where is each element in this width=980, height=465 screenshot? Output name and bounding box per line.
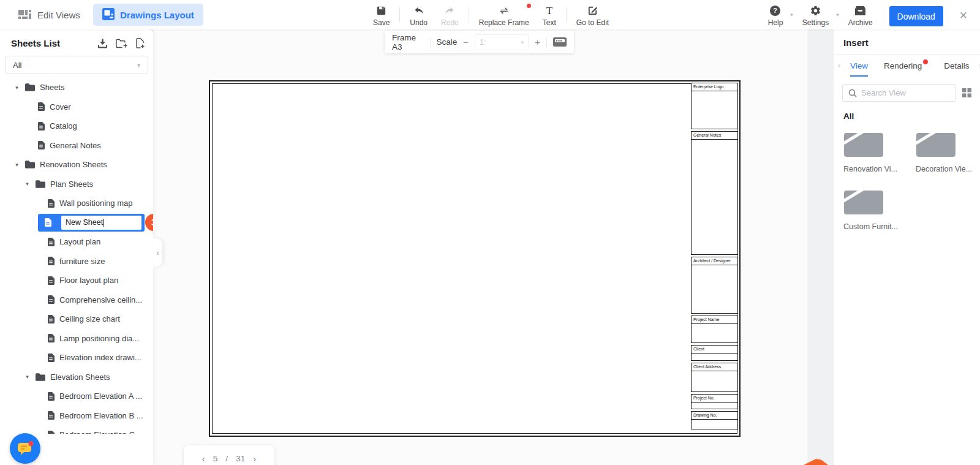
sheets-filter-value: All [13,61,21,70]
text-tool-button[interactable]: T Text [536,2,563,27]
title-block-label: Drawing No. [692,412,737,420]
page-navigator: ‹ 5 / 31 › [184,445,274,465]
caret-down-icon[interactable]: ▾ [13,162,20,168]
notification-dot [923,59,928,64]
caret-down-icon[interactable]: ▾ [24,374,31,380]
scale-decrease-button[interactable]: − [463,37,469,47]
svg-text:T: T [546,5,553,17]
tree-item-label: Elevation Sheets [50,372,110,382]
insert-section-label: All [843,112,970,121]
tree-file-row[interactable]: Wall positioning map [0,194,153,213]
settings-button[interactable]: Settings [796,2,835,27]
folder-icon [36,180,45,188]
caret-down-icon[interactable]: ▾ [13,85,20,91]
tree-file-row[interactable]: Bedroom Elevation C ... [0,425,153,434]
tree-folder-row[interactable]: ▾Renovation Sheets [0,155,153,175]
add-sheet-icon[interactable] [135,38,145,48]
tab-details[interactable]: Details [936,55,977,77]
toolbar-right: ? Help ▾ Settings ▾ Archive Download ✕ [761,2,968,27]
tab-rendering[interactable]: Rendering [876,55,936,77]
tabs-scroll-left-icon[interactable]: ‹ [836,61,842,70]
selected-sheet-rename-box: New Sheet [38,214,145,232]
search-view-input[interactable]: Search View [842,84,956,102]
tree-item-label: Bedroom Elevation C ... [59,430,143,434]
keyboard-icon[interactable] [553,37,567,47]
folder-icon [36,373,45,381]
prev-page-button[interactable]: ‹ [202,453,205,464]
tree-item-label: Catalog [50,121,77,130]
frame-size-label[interactable]: Frame A3 [392,33,424,51]
save-button[interactable]: Save [366,2,396,27]
archive-button[interactable]: Archive [842,2,880,27]
tree-file-row[interactable]: Bedroom Elevation A ... [0,387,153,406]
title-block-label: Architect / Designer [692,257,737,265]
title-block: Enterprise LogoGeneral NotesArchitect / … [691,83,738,434]
tree-folder-row[interactable]: ▾Sheets [0,78,153,97]
add-folder-icon[interactable] [116,39,127,48]
undo-button[interactable]: Undo [403,2,434,27]
tree-item-label: General Notes [50,141,101,150]
redo-button[interactable]: Redo [434,2,466,27]
download-sheets-icon[interactable] [97,39,108,48]
drawing-sheet[interactable]: Enterprise LogoGeneral NotesArchitect / … [209,80,741,437]
help-icon: ? [769,4,781,17]
chevron-left-icon: ‹ [156,248,159,257]
scale-dropdown-caret-icon[interactable]: ▾ [521,39,524,45]
sheet-name-input[interactable]: New Sheet [61,216,141,230]
title-block-section: Drawing No. [691,411,738,429]
tab-view[interactable]: View [842,55,876,77]
scale-input[interactable]: 1: ▾ [475,34,529,50]
support-chat-button[interactable] [10,433,40,464]
tree-file-row[interactable]: Catalog [0,116,153,136]
sheets-filter-select[interactable]: All ▾ [5,56,148,74]
tree-item-label: Lamp positioning dia... [59,334,139,343]
gear-icon [810,4,821,17]
title-block-label: Project Name [692,316,737,324]
frame-toolbar-divider [430,37,431,47]
view-folder-card[interactable]: Decoration Vie... [916,129,980,173]
tree-file-row[interactable]: furniture size [0,252,153,271]
tree-file-row[interactable]: Comprehensive ceilin... [0,290,153,310]
current-page: 5 [213,454,218,463]
replace-frame-button[interactable]: Replace Frame [472,2,536,27]
caret-down-icon[interactable]: ▾ [24,181,31,187]
title-block-section: Architect / Designer [691,257,738,314]
tree-file-row[interactable]: Layout plan [0,232,153,252]
tab-edit-views[interactable]: Edit Views [18,4,80,25]
close-icon[interactable]: ✕ [959,9,968,22]
settings-dropdown-caret-icon[interactable]: ▾ [836,12,839,18]
tree-file-row[interactable]: Elevation index drawi... [0,348,153,368]
tree-file-row[interactable]: New Sheet3 [0,213,153,233]
tree-file-row[interactable]: Ceiling size chart [0,309,153,329]
tree-file-row[interactable]: General Notes [0,136,153,156]
edit-views-label: Edit Views [37,10,80,20]
collapse-panel-handle[interactable]: ‹ [153,238,162,267]
tree-item-label: Floor layout plan [59,276,118,285]
tree-file-row[interactable]: Cover [0,97,153,117]
tree-item-label: Plan Sheets [50,180,93,189]
total-pages: 31 [236,454,245,463]
folder-thumbnail-icon [843,129,912,157]
go-to-edit-icon [587,4,598,17]
view-folder-card[interactable]: Renovation Vi... [843,129,912,173]
tree-file-row[interactable]: Bedroom Elevation B ... [0,406,153,426]
tab-drawings-layout[interactable]: Drawings Layout [93,4,203,26]
tabs-scroll-right-icon[interactable]: › [978,61,980,70]
tree-file-row[interactable]: Lamp positioning dia... [0,329,153,349]
go-to-edit-button[interactable]: Go to Edit [570,2,616,27]
tree-folder-row[interactable]: ▾Elevation Sheets [0,368,153,387]
file-icon [47,431,55,434]
next-page-button[interactable]: › [253,453,256,464]
help-button[interactable]: ? Help [761,2,790,27]
help-dropdown-caret-icon[interactable]: ▾ [790,12,793,18]
file-icon [37,141,45,149]
grid-view-icon[interactable] [962,88,971,97]
view-folder-card[interactable]: Custom Furnit... [843,187,912,231]
sheets-panel: Sheets List All ▾ ▾SheetsCoverCatalogGen… [0,29,153,465]
scale-increase-button[interactable]: + [535,37,540,47]
tree-file-row[interactable]: Floor layout plan [0,271,153,290]
tree-folder-row[interactable]: ▾Plan Sheets [0,175,153,194]
filter-caret-icon: ▾ [137,62,140,69]
download-button[interactable]: Download [889,6,943,26]
undo-icon [413,4,425,17]
